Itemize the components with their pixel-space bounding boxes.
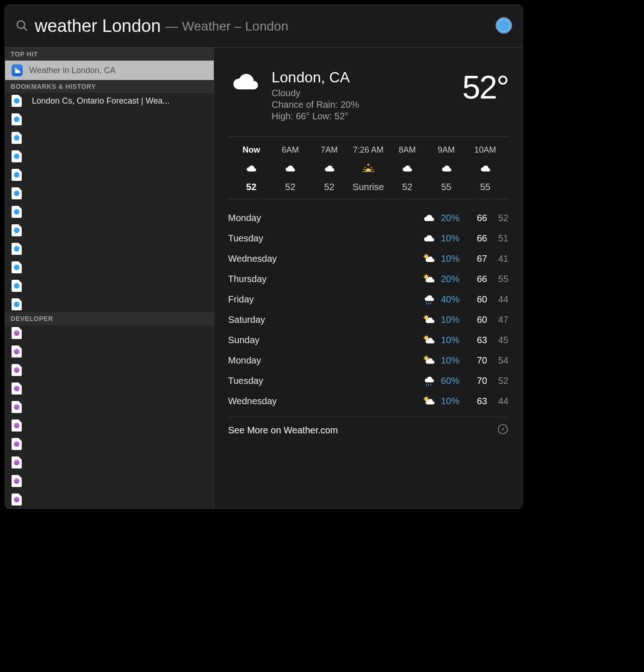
search-bar[interactable]: weather London — Weather – London	[5, 5, 522, 48]
search-query[interactable]: weather London	[35, 16, 161, 36]
svg-line-27	[424, 275, 425, 275]
partcloud-icon	[420, 395, 438, 407]
developer-list	[5, 325, 214, 507]
source-file-icon	[12, 345, 22, 358]
cloud-icon	[245, 162, 258, 174]
hour-time: 6AM	[282, 145, 299, 155]
developer-item[interactable]	[12, 493, 214, 506]
svg-line-1	[24, 27, 27, 30]
day-low: 55	[487, 274, 508, 284]
history-item[interactable]	[12, 169, 214, 181]
svg-line-41	[428, 336, 428, 336]
daily-item: Friday40%6044	[228, 289, 508, 309]
source-file-icon	[12, 493, 22, 506]
day-rain-pct: 60%	[438, 376, 466, 386]
hourly-item: 7AM52	[310, 145, 349, 192]
history-item[interactable]	[12, 261, 214, 273]
day-name: Thursday	[228, 274, 420, 284]
weather-location: London, CA	[272, 69, 453, 86]
rain-icon	[420, 375, 438, 387]
webloc-file-icon	[12, 95, 22, 107]
history-item[interactable]	[12, 187, 214, 199]
svg-line-49	[431, 384, 431, 386]
source-file-icon	[12, 401, 22, 413]
top-hit-item[interactable]: Weather in London, CA	[5, 61, 214, 80]
results-sidebar: TOP HIT Weather in London, CA BOOKMARKS …	[5, 48, 214, 508]
day-high: 60	[466, 294, 487, 305]
hourly-item: 10AM55	[466, 145, 505, 192]
compass-icon	[497, 424, 508, 437]
developer-item[interactable]	[12, 475, 214, 487]
rain-icon	[420, 293, 438, 306]
day-low: 45	[487, 335, 508, 345]
developer-item[interactable]	[12, 456, 214, 469]
svg-line-30	[428, 302, 429, 304]
developer-item[interactable]	[12, 364, 214, 376]
webloc-file-icon	[12, 169, 22, 181]
daily-item: Saturday10%6047	[228, 309, 508, 330]
svg-line-17	[371, 167, 372, 168]
day-high: 66	[466, 213, 487, 223]
see-more-row[interactable]: See More on Weather.com	[228, 417, 508, 437]
hour-time: Now	[242, 145, 260, 155]
history-item[interactable]: London Cs, Ontario Forecast | Wea...	[12, 95, 214, 107]
safari-icon[interactable]	[495, 17, 512, 36]
section-header-developer: DEVELOPER	[5, 312, 214, 325]
partcloud-icon	[420, 334, 438, 345]
day-high: 70	[466, 355, 487, 366]
day-high: 70	[466, 376, 487, 386]
history-item[interactable]	[12, 132, 214, 144]
daily-item: Monday10%7054	[228, 350, 508, 370]
hour-temp: 52	[324, 182, 334, 192]
webloc-file-icon	[12, 224, 22, 236]
day-rain-pct: 10%	[438, 233, 466, 244]
hour-temp: 55	[441, 182, 451, 192]
day-rain-pct: 10%	[438, 314, 466, 325]
webloc-file-icon	[12, 261, 22, 273]
day-low: 41	[487, 253, 508, 264]
history-item[interactable]	[12, 150, 214, 162]
hour-time: 8AM	[399, 145, 416, 155]
source-file-icon	[12, 475, 22, 487]
partcloud-icon	[420, 355, 438, 366]
developer-item[interactable]	[12, 345, 214, 358]
sunrise-icon	[360, 162, 377, 174]
cloud-icon	[284, 162, 297, 174]
hour-time: 9AM	[438, 145, 455, 155]
hourly-item: 6AM52	[271, 145, 310, 192]
history-item[interactable]	[12, 298, 214, 310]
developer-item[interactable]	[12, 401, 214, 413]
history-item[interactable]	[12, 243, 214, 255]
day-rain-pct: 40%	[438, 294, 466, 305]
partcloud-icon	[420, 253, 438, 264]
weather-high-low: High: 66° Low: 52°	[272, 111, 453, 122]
cloud-icon	[228, 69, 262, 97]
day-rain-pct: 10%	[438, 355, 466, 366]
day-low: 52	[487, 213, 508, 223]
developer-item[interactable]	[12, 419, 214, 432]
developer-item[interactable]	[12, 438, 214, 450]
hour-time: 7AM	[321, 145, 338, 155]
history-item[interactable]	[12, 113, 214, 125]
svg-line-40	[424, 336, 425, 336]
svg-line-23	[428, 254, 428, 255]
partcloud-icon	[420, 273, 438, 284]
svg-line-46	[428, 356, 428, 357]
history-item[interactable]	[12, 206, 214, 218]
history-item[interactable]	[12, 280, 214, 292]
source-file-icon	[12, 327, 22, 339]
developer-item[interactable]	[12, 382, 214, 395]
cloud-icon	[479, 162, 492, 174]
source-file-icon	[12, 438, 22, 450]
svg-line-31	[431, 302, 431, 304]
source-file-icon	[12, 419, 22, 432]
hourly-item: Now52	[232, 145, 271, 192]
developer-item[interactable]	[12, 327, 214, 339]
webloc-file-icon	[12, 243, 22, 255]
daily-item: Sunday10%6345	[228, 330, 508, 350]
history-item[interactable]	[12, 224, 214, 236]
bookmarks-history-list: London Cs, Ontario Forecast | Wea...	[5, 93, 214, 312]
webloc-file-icon	[12, 206, 22, 218]
source-file-icon	[12, 382, 22, 395]
svg-line-45	[424, 356, 425, 357]
